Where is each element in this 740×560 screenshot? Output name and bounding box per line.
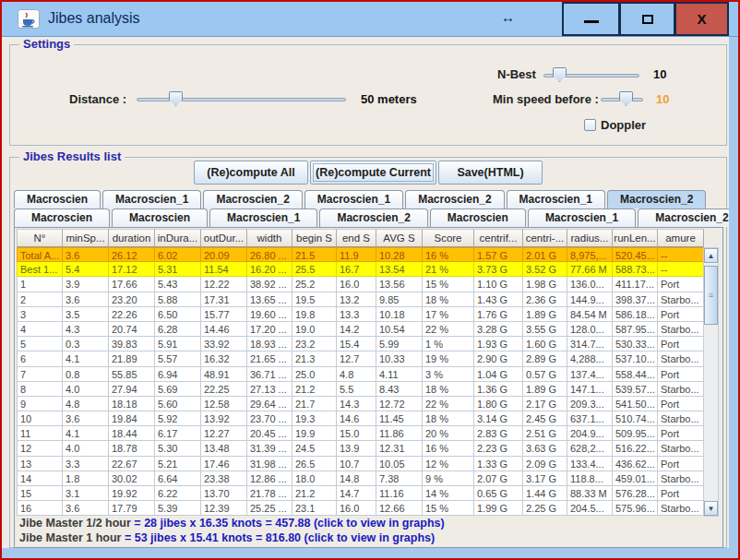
vertical-scrollbar[interactable]: ▲ ≡ ▼ — [703, 247, 719, 517]
button--re-compute-all[interactable]: (Re)compute All — [194, 161, 308, 185]
table-row-Best 1...[interactable]: Best 1...5.417.125.3111.5416.20 ...25.51… — [17, 262, 704, 277]
tab-macroscien_1-1[interactable]: Macroscien_1 — [102, 190, 201, 209]
summary-detail-link[interactable]: = 53 jibes x 15.41 knots = 816.80 (click… — [125, 531, 435, 544]
tab-macroscien_2-2[interactable]: Macroscien_2 — [203, 190, 302, 209]
tab-macroscien-4[interactable]: Macroscien — [430, 209, 526, 227]
summary-label: Jibe Master 1 hour — [19, 531, 125, 544]
scrollbar-thumb[interactable]: ≡ — [704, 266, 718, 325]
table-row-4[interactable]: 44.320.746.2814.4617.20 ...19.014.210.54… — [17, 322, 704, 337]
cell: 13.54 — [376, 262, 423, 277]
tab-macroscien-1[interactable]: Macroscien — [112, 209, 208, 227]
column-header-2[interactable]: duration — [109, 229, 155, 247]
cell: 18 % — [423, 382, 474, 397]
min-speed-slider-thumb[interactable] — [619, 91, 633, 106]
cell: -- — [658, 247, 704, 262]
cell: Port — [658, 277, 704, 292]
button--re-compute-current[interactable]: (Re)compute Current — [310, 161, 436, 185]
tab-macroscien_1-3[interactable]: Macroscien_1 — [304, 190, 403, 209]
cell: 55.85 — [109, 367, 155, 382]
tab-macroscien_1-5[interactable]: Macroscien_1 — [507, 190, 605, 209]
cell: 22 % — [423, 397, 474, 411]
distance-value: 50 meters — [361, 92, 417, 106]
title-bar[interactable]: Jibes analysis ↔ X — [2, 2, 738, 37]
scroll-up-button[interactable]: ▲ — [704, 248, 718, 263]
column-header-8[interactable]: AVG S — [376, 229, 423, 247]
cell: 21.78 ... — [247, 486, 292, 501]
cell: 18.93 ... — [247, 337, 292, 351]
table-row-7[interactable]: 70.855.856.9448.9136.71 ...25.04.84.113 … — [17, 367, 704, 382]
tab-macroscien_1-2[interactable]: Macroscien_1 — [209, 209, 317, 227]
table-row-16[interactable]: 163.617.795.3912.3925.25 ...23.116.012.6… — [17, 501, 704, 516]
scroll-down-button[interactable]: ▼ — [704, 501, 718, 516]
cell: 2 — [17, 292, 63, 307]
close-button[interactable]: X — [674, 2, 729, 36]
table-row-10[interactable]: 103.619.845.9213.9223.70 ...19.314.611.4… — [17, 411, 704, 426]
column-header-10[interactable]: centrif... — [474, 229, 523, 247]
table-row-12[interactable]: 124.018.785.3013.4831.39 ...24.513.912.3… — [17, 441, 704, 456]
column-header-6[interactable]: begin S — [292, 229, 337, 247]
table-row-6[interactable]: 64.121.895.5716.3221.65 ...21.312.710.33… — [17, 351, 704, 366]
table-row-5[interactable]: 50.339.835.9133.9218.93 ...23.215.45.991… — [17, 337, 704, 351]
column-header-11[interactable]: centri-... — [523, 229, 567, 247]
cell: Starbo... — [658, 292, 704, 307]
column-header-5[interactable]: width — [247, 229, 292, 247]
tab-macroscien-0[interactable]: Macroscien — [14, 209, 110, 227]
tab-row-2: MacroscienMacroscienMacroscien_1Macrosci… — [14, 209, 740, 227]
cell: 39.83 — [109, 337, 155, 351]
tab-macroscien_2-4[interactable]: Macroscien_2 — [405, 190, 504, 209]
maximize-button[interactable] — [619, 2, 675, 36]
table-row-11[interactable]: 114.118.446.1712.2720.45 ...19.915.011.8… — [17, 426, 704, 441]
cell: 5.60 — [155, 397, 201, 411]
cell: 20 % — [423, 426, 474, 441]
cell: 541.50... — [613, 397, 658, 411]
cell: 2.51 G — [523, 426, 567, 441]
cell: 1.76 G — [474, 307, 523, 322]
tab-macroscien_1-5[interactable]: Macroscien_1 — [528, 209, 636, 227]
column-header-0[interactable]: N° — [17, 229, 63, 247]
tab-macroscien_2-6[interactable]: Macroscien_2 — [638, 209, 740, 227]
cell: 24.5 — [292, 441, 337, 456]
table-row-15[interactable]: 153.119.926.2213.7021.78 ...21.214.711.1… — [17, 486, 704, 501]
table-row-1[interactable]: 13.917.665.4312.2238.92 ...25.216.013.56… — [17, 277, 704, 292]
cell: 1.36 G — [474, 382, 523, 397]
cell: 5.92 — [155, 411, 201, 426]
distance-slider-thumb[interactable] — [169, 91, 183, 106]
cell: 13.65 ... — [247, 292, 292, 307]
table-row-9[interactable]: 94.818.185.6012.5829.64 ...21.714.312.72… — [17, 397, 704, 411]
cell: 12.31 — [376, 441, 423, 456]
table-row-2[interactable]: 23.623.205.8817.3113.65 ...19.513.29.851… — [17, 292, 704, 307]
button-save-html-[interactable]: Save(HTML) — [438, 161, 543, 185]
column-header-4[interactable]: outDur... — [201, 229, 247, 247]
tab-macroscien-0[interactable]: Macroscien — [14, 190, 101, 209]
cell: 398.37... — [613, 292, 658, 307]
table-row-3[interactable]: 33.522.266.5015.7719.60 ...19.813.310.18… — [17, 307, 704, 322]
summary-lines: Jibe Master 1/2 hour = 28 jibes x 16.35 … — [19, 517, 445, 546]
table-row-8[interactable]: 84.027.945.6922.2527.13 ...21.25.58.4318… — [17, 382, 704, 397]
n-best-slider-thumb[interactable] — [553, 67, 567, 82]
column-header-13[interactable]: runLen... — [613, 229, 658, 247]
summary-label: Jibe Master 1/2 hour — [19, 517, 134, 530]
cell: 14.7 — [337, 486, 376, 501]
cell: 628,2... — [567, 441, 613, 456]
column-header-7[interactable]: end S — [337, 229, 376, 247]
table-row-Total A...[interactable]: Total A...3.626.126.0220.0926.80 ...21.5… — [17, 247, 704, 262]
tab-macroscien_2-6[interactable]: Macroscien_2 — [607, 190, 706, 209]
table-row-14[interactable]: 141.830.026.6423.3812.86 ...18.014.87.38… — [17, 471, 704, 486]
tab-macroscien_2-3[interactable]: Macroscien_2 — [319, 209, 427, 227]
column-header-1[interactable]: minSp... — [63, 229, 109, 247]
cell: 204.9... — [567, 426, 613, 441]
column-header-9[interactable]: Score — [423, 229, 474, 247]
distance-slider-track[interactable] — [137, 98, 346, 101]
summary-line-1[interactable]: Jibe Master 1/2 hour = 28 jibes x 16.35 … — [19, 517, 445, 531]
column-header-3[interactable]: inDura... — [155, 229, 201, 247]
summary-detail-link[interactable]: = 28 jibes x 16.35 knots = 457.88 (click… — [134, 517, 444, 530]
column-header-12[interactable]: radius... — [567, 229, 613, 247]
table-row-13[interactable]: 133.322.675.2117.4631.98 ...26.510.710.0… — [17, 457, 704, 471]
column-header-14[interactable]: amure — [658, 229, 704, 247]
doppler-checkbox[interactable] — [584, 119, 596, 131]
cell: 0.3 — [63, 337, 109, 351]
cell: 16.0 — [337, 501, 376, 516]
cell: -- — [658, 262, 704, 277]
minimize-button[interactable] — [562, 2, 620, 36]
summary-line-2[interactable]: Jibe Master 1 hour = 53 jibes x 15.41 kn… — [19, 531, 445, 546]
